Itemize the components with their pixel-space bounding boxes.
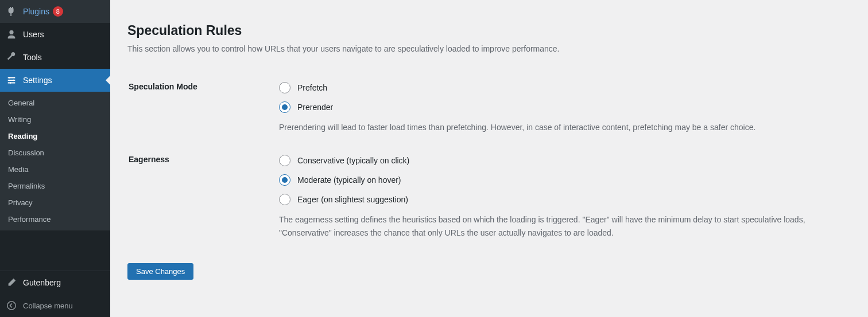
sidebar-item-settings[interactable]: Settings xyxy=(0,69,110,92)
save-button[interactable]: Save Changes xyxy=(127,263,193,280)
mode-option-label: Prerender xyxy=(297,103,333,112)
submenu-discussion[interactable]: Discussion xyxy=(0,144,110,161)
sidebar-item-label: Tools xyxy=(23,53,42,62)
sidebar-item-label: Users xyxy=(23,30,44,39)
eagerness-option-label: Conservative (typically on click) xyxy=(297,156,409,165)
plugin-icon xyxy=(6,6,17,17)
eagerness-option-label: Moderate (typically on hover) xyxy=(297,175,401,185)
sidebar-item-plugins[interactable]: Plugins 8 xyxy=(0,0,110,23)
svg-point-0 xyxy=(9,77,10,79)
mode-label: Speculation Mode xyxy=(129,73,278,145)
collapse-menu[interactable]: Collapse menu xyxy=(0,294,110,317)
mode-option-label: Prefetch xyxy=(297,83,327,92)
sidebar-item-label: Plugins xyxy=(23,7,49,16)
user-icon xyxy=(6,29,17,40)
eagerness-help: The eagerness setting defines the heuris… xyxy=(279,213,830,239)
wrench-icon xyxy=(6,52,17,63)
svg-point-3 xyxy=(7,302,16,310)
svg-point-2 xyxy=(10,82,11,84)
eagerness-option-eager[interactable]: Eager (on slightest suggestion) xyxy=(279,194,844,205)
settings-form: Speculation Mode Prefetch Prerender Prer… xyxy=(127,72,851,252)
collapse-icon xyxy=(6,300,17,311)
submenu-writing[interactable]: Writing xyxy=(0,111,110,128)
collapse-label: Collapse menu xyxy=(23,302,73,310)
svg-point-1 xyxy=(13,80,14,81)
sidebar-item-label: Settings xyxy=(23,76,52,85)
submenu-permalinks[interactable]: Permalinks xyxy=(0,178,110,194)
mode-help: Prerendering will lead to faster load ti… xyxy=(279,121,830,134)
update-badge: 8 xyxy=(53,6,63,17)
submenu-reading[interactable]: Reading xyxy=(0,128,110,144)
pencil-icon xyxy=(6,277,17,288)
sliders-icon xyxy=(6,75,17,86)
sidebar-item-tools[interactable]: Tools xyxy=(0,46,110,69)
eagerness-radio-conservative[interactable] xyxy=(279,155,290,166)
submenu-general[interactable]: General xyxy=(0,95,110,111)
submenu-performance[interactable]: Performance xyxy=(0,211,110,228)
page-description: This section allows you to control how U… xyxy=(127,43,851,55)
admin-sidebar: Plugins 8 Users Tools Settings General W… xyxy=(0,0,110,317)
main-content: Speculation Rules This section allows yo… xyxy=(110,0,868,317)
mode-radio-prefetch[interactable] xyxy=(279,82,290,93)
sidebar-item-users[interactable]: Users xyxy=(0,23,110,46)
submenu-privacy[interactable]: Privacy xyxy=(0,194,110,211)
eagerness-radio-eager[interactable] xyxy=(279,194,290,205)
mode-option-prerender[interactable]: Prerender xyxy=(279,101,844,113)
eagerness-option-moderate[interactable]: Moderate (typically on hover) xyxy=(279,174,844,186)
eagerness-option-conservative[interactable]: Conservative (typically on click) xyxy=(279,155,844,166)
sidebar-item-label: Gutenberg xyxy=(23,278,61,287)
eagerness-label: Eagerness xyxy=(129,146,278,251)
sidebar-item-gutenberg[interactable]: Gutenberg xyxy=(0,271,110,294)
eagerness-option-label: Eager (on slightest suggestion) xyxy=(297,195,408,204)
page-title: Speculation Rules xyxy=(127,23,851,38)
submenu-media[interactable]: Media xyxy=(0,161,110,178)
mode-radio-prerender[interactable] xyxy=(279,101,290,113)
eagerness-radio-moderate[interactable] xyxy=(279,174,290,186)
settings-submenu: General Writing Reading Discussion Media… xyxy=(0,92,110,230)
mode-option-prefetch[interactable]: Prefetch xyxy=(279,82,844,93)
